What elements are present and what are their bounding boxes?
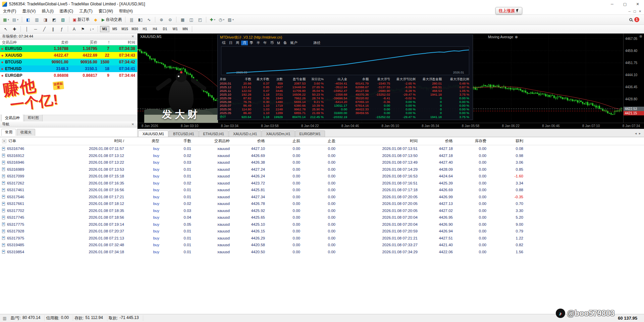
order-row-65317928[interactable]: 653179282026.01.08 07:20:37buy0.01xauusd… bbox=[0, 228, 644, 235]
profiles-button[interactable]: ▤▾ bbox=[11, 16, 20, 23]
order-row-65316946[interactable]: 653169462026.01.08 07:13:22buy0.03xauusd… bbox=[0, 159, 644, 166]
terminal-col-1[interactable]: 时间 / bbox=[44, 139, 127, 144]
market-watch-row-ETHUSD[interactable]: ◆ETHUSD3148.33150.11807:34:41 bbox=[0, 65, 137, 72]
order-row-65319854[interactable]: 653198542026.01.08 07:34:18buy0.01xauusd… bbox=[0, 249, 644, 256]
menu-item-4[interactable]: 工具(T) bbox=[76, 8, 95, 14]
chart-tab-XAUUSD.c,H1[interactable]: XAUUSD.c,H1 bbox=[229, 130, 262, 137]
fibonacci-tool[interactable]: ƒ bbox=[58, 25, 66, 33]
timeframe-W1[interactable]: W1 bbox=[170, 26, 180, 32]
mw-col-3[interactable]: ! bbox=[99, 40, 111, 44]
mtdriver-tab-季[interactable]: 季 bbox=[248, 41, 255, 45]
order-row-65317099[interactable]: 653170992026.01.08 07:15:18buy0.01xauusd… bbox=[0, 173, 644, 180]
new-chart-button[interactable]: ▦▾ bbox=[2, 16, 10, 23]
order-row-65317461[interactable]: 653174612026.01.08 07:16:56buy0.01xauusd… bbox=[0, 186, 644, 194]
terminal-close-icon[interactable]: ✕ bbox=[2, 139, 6, 143]
arrows-tool[interactable]: ↓▾ bbox=[88, 25, 96, 33]
mtdriver-tab-币[interactable]: 币 bbox=[269, 41, 276, 45]
order-row-65317775[interactable]: 653177752026.01.08 07:19:14buy0.05xauusd… bbox=[0, 221, 644, 228]
market-watch-tab-交易品种[interactable]: 交易品种 bbox=[1, 114, 23, 121]
cursor-tool[interactable]: ↖ bbox=[2, 25, 10, 33]
child-restore-icon[interactable]: ▢ bbox=[633, 10, 636, 13]
label-tool[interactable]: ⚑ bbox=[79, 25, 87, 33]
mtdriver-tab-M[interactable]: M bbox=[275, 41, 282, 45]
time-axis[interactable]: 8 Jan 20268 Jan 03:108 Jan 03:348 Jan 03… bbox=[138, 123, 644, 129]
channel-tool[interactable]: ∥ bbox=[49, 25, 57, 33]
terminal-col-2[interactable]: 类型 bbox=[127, 139, 163, 144]
mw-col-0[interactable]: 交易品种 bbox=[0, 40, 40, 45]
tile-windows-button[interactable]: ▦ bbox=[178, 16, 186, 23]
float-overlay-button[interactable]: 往上涨原 bbox=[495, 7, 522, 14]
maximize-button[interactable]: ▢ bbox=[619, 0, 631, 8]
close-button[interactable]: ✕ bbox=[631, 0, 644, 8]
chart-tab-ETHUSD,H1[interactable]: ETHUSD,H1 bbox=[199, 130, 228, 137]
timeframe-H1[interactable]: H1 bbox=[140, 26, 150, 32]
menu-item-3[interactable]: 图表(C) bbox=[57, 8, 76, 14]
text-tool[interactable]: A bbox=[70, 25, 78, 33]
mtdriver-tab-周[interactable]: 周 bbox=[234, 41, 241, 45]
terminal-col-8[interactable]: 时间 bbox=[339, 139, 421, 144]
price-axis[interactable]: 4467.054459.404451.754444.104436.454428.… bbox=[623, 34, 644, 123]
arrange-icons-button[interactable]: ◰ bbox=[196, 16, 204, 23]
terminal-col-3[interactable]: 手数 bbox=[163, 139, 195, 144]
minimize-button[interactable]: ─ bbox=[606, 0, 619, 8]
chart-tab-XAUUSD,M1[interactable]: XAUUSD,M1 bbox=[138, 130, 168, 137]
menu-item-6[interactable]: 帮助(H) bbox=[116, 8, 136, 14]
menu-item-2[interactable]: 插入(I) bbox=[39, 8, 56, 14]
market-watch-tab-即时图[interactable]: 即时图 bbox=[24, 114, 43, 121]
market-watch-row-EURUSD[interactable]: ◆EURUSD1.167881.16795707:34:38 bbox=[0, 45, 137, 52]
search-icon[interactable] bbox=[629, 18, 632, 21]
crosshair-tool[interactable]: ✚ bbox=[10, 25, 18, 33]
menu-item-5[interactable]: 窗口(W) bbox=[96, 8, 116, 14]
chart-tab-EURGBP,M1[interactable]: EURGBP,M1 bbox=[295, 130, 325, 137]
indicators-button[interactable]: ✚▾ bbox=[208, 16, 217, 23]
order-row-65317262[interactable]: 653172622026.01.08 07:16:35buy0.02xauusd… bbox=[0, 180, 644, 187]
order-row-65317745[interactable]: 653177452026.01.08 07:18:56buy0.04xauusd… bbox=[0, 214, 644, 221]
timeframe-H4[interactable]: H4 bbox=[150, 26, 160, 32]
menu-item-0[interactable]: 文件(F) bbox=[0, 8, 19, 14]
navigator-tab-收藏夹[interactable]: 收藏夹 bbox=[17, 129, 35, 136]
chart-bars-button[interactable]: ||| bbox=[127, 16, 136, 23]
templates-button[interactable]: ▨▾ bbox=[226, 16, 235, 23]
chart-tab-XAUUSDm,H1[interactable]: XAUUSDm,H1 bbox=[262, 130, 294, 137]
indicator-settings-icon[interactable]: ⊗ bbox=[515, 35, 518, 39]
chart-area[interactable]: XAUUSD,M1 Moving Average ⊗ ⊗ bbox=[138, 34, 644, 129]
data-window-toggle[interactable]: ▥ bbox=[33, 16, 41, 23]
child-close-icon[interactable]: ✕ bbox=[639, 10, 641, 13]
terminal-toggle[interactable]: ◩ bbox=[50, 16, 58, 23]
mtdriver-tab-月[interactable]: 月 bbox=[241, 41, 248, 45]
mw-col-1[interactable]: 卖价 bbox=[40, 40, 70, 45]
timeframe-MN[interactable]: MN bbox=[180, 26, 190, 32]
new-order-button[interactable]: ▣新订单 bbox=[71, 16, 91, 23]
zoom-out-button[interactable]: ⊖ bbox=[166, 16, 174, 23]
mtdriver-tab-日[interactable]: 日 bbox=[227, 41, 234, 45]
mw-col-4[interactable]: 时间 bbox=[111, 40, 137, 45]
mtdriver-tab-备[interactable]: 备 bbox=[282, 41, 289, 45]
child-minimize-icon[interactable]: ─ bbox=[629, 10, 631, 13]
autotrade-button[interactable]: ▶自动交易 bbox=[100, 16, 123, 23]
timeframe-M5[interactable]: M5 bbox=[110, 26, 119, 32]
order-row-65317975[interactable]: 653179752026.01.08 07:21:13buy0.01xauusd… bbox=[0, 235, 644, 242]
mtdriver-tab-综[interactable]: 综 bbox=[220, 41, 227, 45]
chart-tab-BTCUSD,H1[interactable]: BTCUSD,H1 bbox=[169, 130, 198, 137]
navigator-toggle[interactable]: ◨ bbox=[42, 16, 50, 23]
tab-scroll-right-icon[interactable]: ▸ bbox=[639, 131, 641, 135]
notification-badge[interactable]: 1 bbox=[634, 17, 639, 22]
timeframe-M15[interactable]: M15 bbox=[120, 26, 129, 32]
order-row-65317546[interactable]: 653175462026.01.08 07:17:21buy0.01xauusd… bbox=[0, 194, 644, 201]
vertical-line-tool[interactable]: │ bbox=[23, 25, 31, 33]
menu-item-1[interactable]: 显示(V) bbox=[19, 8, 39, 14]
chart-candles-button[interactable]: ▮▯ bbox=[136, 16, 144, 23]
navigator-tab-常用[interactable]: 常用 bbox=[1, 129, 16, 136]
order-row-65317702[interactable]: 653177022026.01.08 07:18:35buy0.03xauusd… bbox=[0, 207, 644, 214]
terminal-col-7[interactable]: 止盈 bbox=[304, 139, 339, 144]
mtdriver-tab-年[interactable]: 年 bbox=[262, 41, 269, 45]
tab-scroll-left-icon[interactable]: ◂ bbox=[635, 131, 637, 135]
market-watch-toggle[interactable]: ◧ bbox=[24, 16, 32, 23]
order-row-65316746[interactable]: 653167462026.01.08 07:11:57buy0.01xauusd… bbox=[0, 145, 644, 152]
market-watch-row-EURGBP[interactable]: ◆EURGBP0.868080.86817907:34:44 bbox=[0, 72, 137, 79]
market-watch-row-XAUUSD[interactable]: ◆XAUUSD4422.474422.692207:34:43 bbox=[0, 52, 137, 59]
mtdriver-tab-半[interactable]: 半 bbox=[255, 41, 262, 45]
terminal-col-order-label[interactable]: 订单 bbox=[8, 139, 16, 144]
strategy-tester-toggle[interactable]: ▧ bbox=[59, 16, 67, 23]
chart-corner-close-icon[interactable]: ⊗ bbox=[639, 34, 642, 39]
